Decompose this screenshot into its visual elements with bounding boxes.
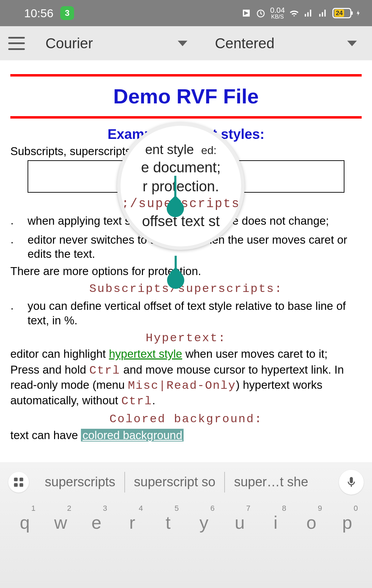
keyboard-row: 1q2w3e4r5t6y7u8i9o0p <box>0 502 372 533</box>
key-i[interactable]: 8i <box>260 512 291 533</box>
text-magnifier: ent style ed: e document; r protection. … <box>117 122 245 250</box>
suggestion-item[interactable]: superscripts <box>36 475 124 489</box>
key-r[interactable]: 4r <box>117 512 148 533</box>
chevron-down-icon <box>178 41 187 46</box>
alarm-icon <box>256 8 266 18</box>
section-header-hypertext: Hypertext: <box>10 331 362 346</box>
signal-icon-1 <box>303 8 314 18</box>
list-item: ·you can define vertical offset of text … <box>10 299 362 327</box>
key-p[interactable]: 0p <box>332 512 363 533</box>
battery-indicator: 24 <box>332 8 351 18</box>
text-caret-handle[interactable] <box>175 256 177 272</box>
paragraph: There are more options for protection. <box>10 264 362 278</box>
svg-rect-3 <box>14 483 18 487</box>
highlighted-text: colored background <box>81 429 184 442</box>
grid-icon[interactable] <box>8 472 29 493</box>
status-time: 10:56 <box>24 7 53 20</box>
status-bar: 10:56 3 0.04 KB/S 24 <box>0 0 372 26</box>
section-header-coloredbg: Colored background: <box>10 412 362 427</box>
status-app-badge: 3 <box>60 6 74 20</box>
key-t[interactable]: 5t <box>153 512 184 533</box>
key-y[interactable]: 6y <box>188 512 219 533</box>
document-view[interactable]: Demo RVF File Examples of text styles: S… <box>0 60 372 442</box>
paragraph: Press and hold Ctrl and move mouse curso… <box>10 363 362 409</box>
app-toolbar: Courier Centered <box>0 26 372 60</box>
key-w[interactable]: 2w <box>45 512 76 533</box>
key-o[interactable]: 9o <box>296 512 327 533</box>
suggestion-item[interactable]: superscript so <box>125 475 225 489</box>
soft-keyboard: superscripts superscript so super…t she … <box>0 462 372 588</box>
font-select-label: Courier <box>45 35 93 52</box>
hypertext-link[interactable]: hypertext style <box>109 347 182 360</box>
wifi-icon <box>289 8 299 18</box>
align-select-label: Centered <box>215 35 275 52</box>
mic-icon[interactable] <box>339 470 364 495</box>
charging-icon <box>355 8 362 18</box>
signal-icon-2 <box>318 8 328 18</box>
font-select[interactable]: Courier <box>39 35 194 52</box>
key-q[interactable]: 1q <box>9 512 40 533</box>
key-e[interactable]: 3e <box>81 512 112 533</box>
bullet-list: ·you can define vertical offset of text … <box>10 299 362 327</box>
svg-rect-1 <box>14 477 18 481</box>
svg-rect-4 <box>20 483 23 487</box>
status-left: 10:56 3 <box>24 6 74 20</box>
suggestion-bar: superscripts superscript so super…t she <box>0 462 372 502</box>
doc-title: Demo RVF File <box>10 83 362 109</box>
svg-rect-2 <box>20 477 23 481</box>
suggestion-item[interactable]: super…t she <box>225 475 317 489</box>
key-u[interactable]: 7u <box>224 512 255 533</box>
section-header-subscripts: Subscripts/superscripts: <box>10 282 362 296</box>
network-speed: 0.04 KB/S <box>270 7 285 20</box>
nfc-icon <box>241 8 251 18</box>
horizontal-rule <box>10 116 362 119</box>
horizontal-rule <box>10 74 362 77</box>
menu-button[interactable] <box>8 37 25 50</box>
align-select[interactable]: Centered <box>208 35 364 52</box>
status-right: 0.04 KB/S 24 <box>241 7 362 20</box>
text-caret-handle[interactable] <box>174 176 176 200</box>
paragraph: text can have colored background <box>10 428 362 442</box>
paragraph: editor can highlight hypertext style whe… <box>10 347 362 361</box>
chevron-down-icon <box>347 41 357 46</box>
